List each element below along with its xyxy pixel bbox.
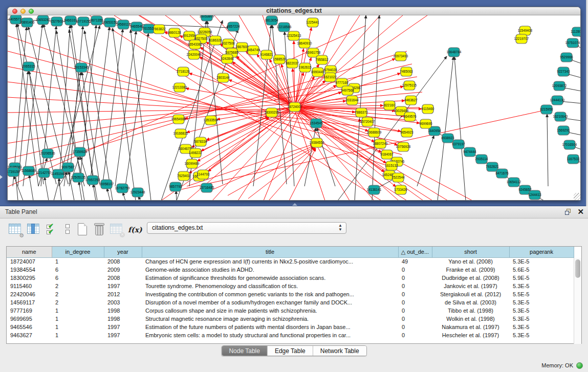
network-node[interactable]: 12923448	[130, 188, 145, 197]
network-node[interactable]: 1244413	[528, 190, 541, 200]
network-node[interactable]: 8471676	[495, 169, 509, 178]
network-node[interactable]: 2718126	[177, 67, 190, 76]
network-node[interactable]: 13533594	[204, 116, 219, 125]
network-node[interactable]: 19166825	[173, 129, 188, 138]
network-node[interactable]: 10756928	[396, 142, 411, 151]
network-node[interactable]: 1962615	[298, 63, 312, 72]
network-node[interactable]: 8649576	[403, 112, 417, 121]
network-node[interactable]: 17359928	[73, 147, 88, 157]
column-header-pagerank[interactable]: pagerank	[509, 247, 574, 257]
create-column-icon[interactable]	[76, 223, 90, 237]
network-node[interactable]: 16543382	[188, 40, 203, 49]
control-panel-collapse-arrow[interactable]	[0, 175, 3, 179]
table-row[interactable]: 1938455462009Genome-wide association stu…	[7, 266, 574, 274]
network-node[interactable]: 18300295	[265, 108, 279, 117]
network-node[interactable]: 20891406	[20, 18, 35, 27]
network-node[interactable]: 19654985	[171, 115, 186, 124]
network-node[interactable]: 20653159	[103, 18, 118, 27]
network-node[interactable]: 20206536	[40, 149, 55, 158]
memory-indicator[interactable]: Memory: OK	[541, 361, 583, 369]
network-node[interactable]: 5878334	[194, 137, 207, 146]
network-node[interactable]: 17016504	[562, 140, 577, 149]
network-node[interactable]: 1225441	[306, 18, 319, 27]
scrollbar-thumb[interactable]	[575, 259, 580, 278]
network-node[interactable]: 9860128	[168, 28, 181, 37]
network-node[interactable]: 9242848	[221, 54, 234, 63]
network-node[interactable]: 7955812	[315, 55, 329, 64]
network-node[interactable]: 14569117	[116, 20, 131, 29]
zoom-button[interactable]	[29, 9, 34, 14]
function-builder-icon[interactable]: f(x)	[128, 223, 142, 237]
table-row[interactable]: 1456911722003Disruption of a novel membe…	[7, 298, 574, 307]
minimize-button[interactable]	[20, 9, 26, 14]
network-node[interactable]: 8938923	[441, 134, 454, 143]
network-node[interactable]: 12142757	[37, 168, 52, 178]
network-node[interactable]: 1144793	[197, 170, 210, 179]
network-node[interactable]: 16958107	[99, 180, 114, 189]
network-node[interactable]: 9474444	[463, 147, 476, 157]
network-node[interactable]: 12975115	[402, 81, 417, 90]
table-source-dropdown[interactable]: citations_edges.txt ▲▼	[147, 222, 346, 234]
network-node[interactable]: 8454749	[247, 46, 260, 55]
network-node[interactable]: 9671355	[90, 16, 103, 25]
network-node[interactable]: 10654112	[507, 178, 521, 187]
tab-edge-table[interactable]: Edge Table	[268, 346, 313, 356]
network-node[interactable]: 7625402	[177, 171, 190, 181]
network-node[interactable]: 11128034	[571, 27, 581, 36]
table-row[interactable]: 1872400712008Changes of HCN gene express…	[7, 257, 574, 266]
network-node[interactable]: 15751074	[565, 38, 580, 48]
network-node[interactable]: 10653287	[36, 15, 51, 25]
network-node[interactable]: 29153346	[74, 63, 89, 72]
network-node[interactable]: 1733426	[394, 185, 407, 194]
column-header-year[interactable]: year	[104, 247, 142, 257]
network-node[interactable]: 14136141	[367, 185, 382, 194]
select-all-icon[interactable]: ✔✔	[45, 223, 59, 237]
table-row[interactable]: 911546021997Tourette syndrome. Phenomeno…	[7, 282, 574, 290]
table-mode-icon[interactable]: ⚙	[8, 223, 23, 237]
network-hub-node[interactable]: 18724007	[288, 102, 302, 112]
network-node[interactable]: 22420046	[187, 50, 202, 59]
network-node[interactable]: 12325413	[287, 31, 301, 40]
table-row[interactable]: 969969511998Structural magnetic resonanc…	[7, 315, 574, 323]
network-node[interactable]: 19384554	[310, 138, 324, 147]
tab-node-table[interactable]: Node Table	[222, 346, 268, 356]
network-node[interactable]: 9463627	[404, 96, 418, 105]
float-panel-icon[interactable]	[565, 209, 572, 215]
show-columns-icon[interactable]	[27, 223, 41, 237]
network-node[interactable]: 11549408	[518, 26, 533, 35]
network-node[interactable]: 8990445	[311, 68, 324, 77]
unselect-all-icon[interactable]	[61, 223, 76, 237]
column-header-title[interactable]: title	[142, 247, 398, 257]
network-node[interactable]: 12219707	[514, 34, 529, 43]
network-node[interactable]: 11568689	[21, 166, 36, 176]
tab-network-table[interactable]: Network Table	[313, 346, 366, 356]
network-node[interactable]: 1588520	[273, 55, 286, 64]
network-node[interactable]: 1527602	[50, 17, 63, 26]
network-node[interactable]: 1569291	[557, 126, 570, 135]
network-node[interactable]: 2065315	[22, 62, 35, 71]
column-header-out_de[interactable]: △ out_de...	[398, 247, 432, 257]
network-canvas[interactable]: 1405571420891406106532871527602846616110…	[8, 15, 581, 201]
network-node[interactable]: 18640910	[297, 39, 312, 48]
network-node[interactable]: 2522544	[391, 173, 405, 182]
network-node[interactable]: 2935114	[475, 155, 488, 164]
close-panel-icon[interactable]: ✕	[577, 207, 584, 216]
network-node[interactable]: 9857791	[169, 182, 182, 191]
network-node[interactable]: 12218586	[277, 23, 292, 32]
network-node[interactable]: 1615132	[385, 161, 398, 170]
network-node[interactable]: 6379197	[452, 140, 465, 149]
table-panel-header[interactable]: Table Panel ✕	[0, 206, 588, 218]
network-node[interactable]: 9146821	[260, 50, 273, 59]
network-node[interactable]: 9097587	[61, 163, 75, 172]
table-scrollbar[interactable]	[574, 258, 581, 344]
network-node[interactable]: 12505135	[71, 173, 86, 182]
network-node[interactable]: 16648784	[447, 48, 462, 57]
network-node[interactable]: 1167533	[567, 155, 580, 164]
network-node[interactable]: 15716485	[200, 183, 214, 192]
table-row[interactable]: 1830029562008Estimation of significance …	[7, 274, 574, 282]
network-node[interactable]: 12093872	[552, 81, 567, 91]
network-node[interactable]: 10719155	[76, 17, 91, 26]
window-resize-grip[interactable]	[574, 193, 581, 200]
table-row[interactable]: 946362711997Embryonic stem cells: a mode…	[7, 331, 574, 339]
network-node[interactable]: 8912954	[183, 31, 196, 40]
